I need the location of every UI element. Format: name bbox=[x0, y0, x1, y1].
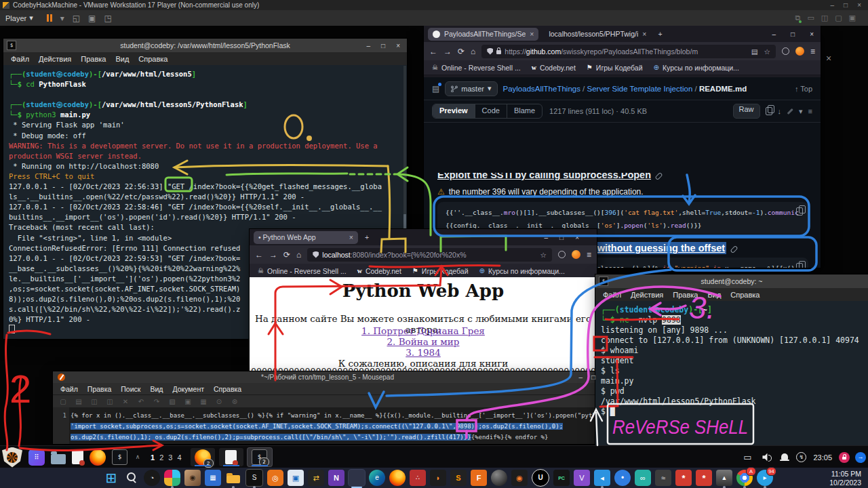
breadcrumb-repo[interactable]: PayloadsAllTheThings bbox=[503, 85, 580, 93]
red-gear2-icon[interactable]: * bbox=[696, 470, 712, 486]
tab-code[interactable]: Code bbox=[475, 104, 507, 118]
updates-icon[interactable]: → bbox=[855, 452, 866, 463]
file-explorer-icon[interactable] bbox=[225, 470, 241, 486]
edge-icon[interactable]: e bbox=[369, 470, 385, 486]
branch-selector[interactable]: master ▾ bbox=[445, 81, 497, 96]
webapp-window-close[interactable]: × bbox=[575, 234, 579, 241]
book-link-1[interactable]: 1. Портрет Дориана Грея bbox=[250, 325, 597, 336]
sublime-icon[interactable]: S bbox=[450, 470, 467, 486]
suspend-vm-button[interactable] bbox=[47, 14, 52, 22]
terminal-launcher-icon[interactable]: $ bbox=[112, 449, 127, 465]
bookmark-item[interactable]: wCodeby.net bbox=[532, 64, 576, 72]
file-manager-icon[interactable] bbox=[51, 454, 66, 464]
red-app-icon[interactable]: ∴ bbox=[410, 470, 426, 486]
webapp-reload-icon[interactable]: ⟳ bbox=[283, 250, 290, 260]
fullscreen-icon[interactable]: ▣ bbox=[88, 14, 96, 23]
back-icon[interactable]: ← bbox=[429, 47, 437, 56]
terminal1-minimize-button[interactable]: – bbox=[367, 42, 371, 49]
webapp-pocket-icon[interactable] bbox=[558, 251, 566, 258]
menu-item-Правка[interactable]: Правка bbox=[83, 384, 116, 394]
maps-pin-icon[interactable]: • bbox=[614, 470, 631, 486]
shortcut-app-icon[interactable]: S bbox=[245, 469, 263, 487]
tab-blame[interactable]: Blame bbox=[507, 104, 542, 118]
chrome-profile-icon[interactable]: A bbox=[736, 470, 753, 486]
menu-item-Вид[interactable]: Вид bbox=[703, 290, 726, 300]
unity-icon[interactable]: ◳ bbox=[104, 14, 111, 23]
copy-code-icon[interactable] bbox=[796, 207, 803, 216]
notifications-icon[interactable] bbox=[780, 453, 789, 462]
pocket-icon[interactable] bbox=[782, 47, 789, 55]
gray-app-icon[interactable]: ≈ bbox=[655, 470, 671, 486]
webapp-forward-icon[interactable]: → bbox=[269, 250, 277, 260]
terminal1-maximize-button[interactable]: □ bbox=[381, 42, 385, 49]
taskbar-terminal-window[interactable]: $2 bbox=[248, 448, 272, 466]
menu-item-Вид[interactable]: Вид bbox=[111, 54, 134, 64]
menu-item-Действия[interactable]: Действия bbox=[626, 290, 668, 300]
transfer-tool-icon[interactable]: ⇄ bbox=[308, 470, 324, 486]
bookmark-item[interactable]: ☠Online - Reverse Shell ... bbox=[432, 64, 521, 72]
windows-search-icon[interactable] bbox=[123, 470, 140, 486]
chrome-icon[interactable] bbox=[349, 470, 365, 486]
fl-studio-icon[interactable]: ◗ bbox=[430, 470, 446, 486]
menu-item-Действия[interactable]: Действия bbox=[34, 54, 76, 64]
tab-python-web-app[interactable]: • Python Web App × bbox=[254, 231, 358, 244]
suspend-caret-icon[interactable]: ▾ bbox=[60, 14, 64, 23]
onenote-icon[interactable]: N bbox=[328, 470, 344, 486]
menu-item-Правка[interactable]: Правка bbox=[76, 54, 111, 64]
menu-item-Справка[interactable]: Справка bbox=[726, 290, 764, 300]
f-app-icon[interactable]: F bbox=[471, 470, 487, 486]
codeby-logo[interactable] bbox=[2, 447, 22, 468]
firefox-menu-icon[interactable]: ≡ bbox=[810, 47, 815, 56]
bookmark-item[interactable]: ☠Online - Reverse Shell ... bbox=[258, 267, 347, 275]
menu-item-Справка[interactable]: Справка bbox=[209, 384, 246, 394]
menu-item-Правка[interactable]: Правка bbox=[668, 290, 703, 300]
menu-item-Файл[interactable]: Файл bbox=[56, 384, 83, 394]
webapp-star-icon[interactable]: ☆ bbox=[540, 251, 547, 259]
device-usb-icon[interactable]: ▢ bbox=[835, 14, 842, 22]
paste-icon[interactable]: ▦ bbox=[199, 397, 208, 407]
calendar-icon[interactable]: ▦ bbox=[205, 470, 221, 486]
find-icon[interactable]: ⊙ bbox=[214, 397, 224, 407]
bookmark-item[interactable]: ⊕Курсы по информаци... bbox=[654, 64, 739, 72]
volume-icon[interactable] bbox=[762, 453, 773, 462]
bookmark-star-icon[interactable]: ☆ bbox=[764, 47, 770, 56]
ctrl-alt-del-icon[interactable]: ◱ bbox=[73, 14, 80, 23]
open-file-icon[interactable]: ▤ bbox=[74, 397, 83, 407]
bookmark-item[interactable]: wCodeby.net bbox=[357, 267, 401, 275]
menu-item-Документ[interactable]: Документ bbox=[167, 384, 209, 394]
new-tab-button[interactable]: + bbox=[658, 30, 662, 38]
show-windows-icon[interactable]: ∧ bbox=[134, 449, 142, 466]
orange-tool-icon[interactable]: ◎ bbox=[267, 470, 283, 486]
firefox-icon[interactable] bbox=[389, 470, 406, 486]
unreal-engine-icon[interactable]: U bbox=[532, 469, 549, 487]
text-editor-icon[interactable] bbox=[72, 450, 83, 464]
replace-icon[interactable]: ⊛ bbox=[230, 397, 239, 407]
terminal1-close-button[interactable]: × bbox=[396, 42, 400, 49]
terminal2-titlebar[interactable]: $ student@codeby: ~ bbox=[595, 274, 868, 288]
edit-pencil-icon[interactable] bbox=[787, 108, 793, 115]
webapp-back-icon[interactable]: ← bbox=[255, 250, 263, 260]
menu-item-Файл[interactable]: Файл bbox=[598, 290, 626, 300]
copy-file-icon[interactable] bbox=[766, 107, 772, 115]
vm-clock[interactable]: 23:05 bbox=[813, 453, 832, 462]
redo-icon[interactable]: ↷ bbox=[152, 397, 161, 407]
save-as-icon[interactable]: ◫ bbox=[105, 397, 115, 407]
github-urlbar[interactable]: https://github.com/swisskyrepo/PayloadsA… bbox=[481, 45, 776, 58]
mousepad-minimize-button[interactable]: – bbox=[578, 373, 583, 381]
file-tree-icon[interactable]: ▤ bbox=[432, 84, 439, 94]
stray-close-icon[interactable]: × bbox=[826, 53, 831, 64]
vscode-icon[interactable]: ◂ bbox=[594, 470, 610, 486]
menu-item-Файл[interactable]: Файл bbox=[6, 54, 34, 64]
taskbar-mousepad-window[interactable] bbox=[219, 448, 243, 466]
bookmark-item[interactable]: ⚑Игры Кодебай bbox=[587, 64, 643, 72]
vmware-minimize-button[interactable]: – bbox=[831, 1, 835, 9]
window-list-icon[interactable]: ▭ bbox=[739, 449, 755, 466]
reload-icon[interactable]: ⟳ bbox=[458, 47, 465, 56]
bookmark-item[interactable]: ⚑Игры Кодебай bbox=[412, 267, 469, 275]
github-window-close[interactable]: × bbox=[810, 30, 814, 38]
reader-mode-icon[interactable]: ▤ bbox=[751, 47, 758, 56]
webapp-new-tab-button[interactable]: + bbox=[365, 233, 369, 241]
webapp-window-minimize[interactable]: – bbox=[545, 234, 549, 241]
firefox-launcher-icon[interactable] bbox=[90, 449, 106, 466]
workspace-3[interactable]: 3 bbox=[168, 453, 172, 462]
